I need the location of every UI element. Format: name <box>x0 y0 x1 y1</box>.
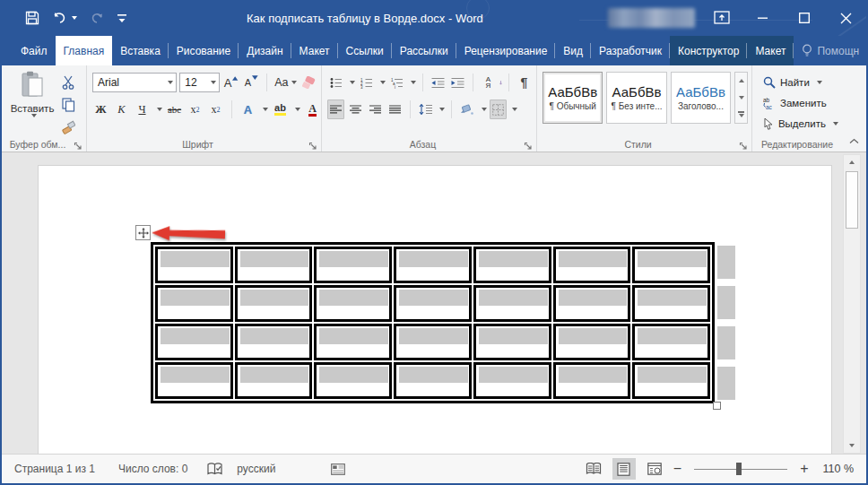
tab-вставка[interactable]: Вставка <box>112 36 169 65</box>
paragraph-dialog-launcher-icon[interactable] <box>524 139 534 149</box>
zoom-in-button[interactable]: + <box>800 462 808 476</box>
table-cell[interactable] <box>632 285 710 322</box>
tab-макет[interactable]: Макет <box>291 36 338 65</box>
table-cell[interactable] <box>235 324 313 360</box>
language-indicator[interactable]: русский <box>237 463 275 475</box>
minimize-button[interactable] <box>742 0 784 36</box>
table-cell[interactable] <box>235 285 313 322</box>
underline-button[interactable]: Ч <box>134 100 151 119</box>
zoom-out-button[interactable]: − <box>673 462 681 476</box>
highlight-dropdown-icon[interactable] <box>295 108 300 111</box>
scroll-up-icon[interactable] <box>845 155 859 169</box>
table-resize-handle[interactable] <box>713 402 721 410</box>
zoom-slider[interactable] <box>694 469 787 470</box>
tab-рецензирование[interactable]: Рецензирование <box>456 36 556 65</box>
format-painter-button[interactable] <box>59 117 77 137</box>
style-card-heading[interactable]: АаБбВв Заголово... <box>671 72 731 124</box>
table-cell[interactable] <box>155 285 233 322</box>
shading-dropdown-icon[interactable] <box>482 108 487 111</box>
line-spacing-button[interactable] <box>417 100 434 119</box>
maximize-button[interactable] <box>784 0 825 36</box>
table-cell[interactable] <box>394 247 472 283</box>
tab-рассылки[interactable]: Рассылки <box>392 36 456 65</box>
text-effects-dropdown-icon[interactable] <box>263 108 268 111</box>
multilevel-dropdown-icon[interactable] <box>411 81 416 84</box>
table-cell[interactable] <box>394 285 472 322</box>
clear-formatting-button[interactable] <box>300 73 317 92</box>
numbering-button[interactable]: 123 <box>358 73 375 92</box>
table-cell[interactable] <box>314 247 392 283</box>
styles-more-icon[interactable] <box>735 106 747 123</box>
font-name-dropdown-icon[interactable] <box>168 81 173 84</box>
word-count[interactable]: Число слов: 0 <box>118 463 187 475</box>
strikethrough-button[interactable]: abc <box>166 100 183 119</box>
shrink-font-button[interactable]: А <box>243 73 260 92</box>
table-cell[interactable] <box>553 247 631 283</box>
bullets-dropdown-icon[interactable] <box>350 81 355 84</box>
table-cell[interactable] <box>632 362 710 399</box>
select-button[interactable]: Выделить <box>763 115 838 133</box>
proofing-icon[interactable] <box>207 463 222 476</box>
zoom-slider-thumb[interactable] <box>736 463 742 475</box>
vertical-scrollbar[interactable] <box>843 154 861 454</box>
shading-button[interactable] <box>458 100 476 119</box>
table-cell[interactable] <box>553 362 631 399</box>
read-mode-button[interactable] <box>582 458 605 480</box>
styles-scroll-down-icon[interactable] <box>735 90 747 107</box>
tab-помощн[interactable]: Помощн <box>794 36 866 65</box>
table-move-handle[interactable] <box>135 225 151 240</box>
subscript-button[interactable]: x2 <box>187 100 204 119</box>
ribbon-display-options-icon[interactable] <box>701 0 742 36</box>
table-cell[interactable] <box>235 362 313 399</box>
underline-dropdown-icon[interactable] <box>157 108 162 111</box>
tab-вид[interactable]: Вид <box>555 36 591 65</box>
table-cell[interactable] <box>314 324 392 360</box>
line-spacing-dropdown-icon[interactable] <box>439 108 445 111</box>
grow-font-button[interactable]: А <box>222 73 240 92</box>
find-dropdown-icon[interactable] <box>817 81 822 84</box>
align-center-button[interactable] <box>347 100 364 119</box>
styles-scroll-up-icon[interactable] <box>735 73 747 90</box>
table-cell[interactable] <box>473 247 551 283</box>
font-name-combobox[interactable]: Arial <box>92 73 177 92</box>
bold-button[interactable]: Ж <box>92 100 109 119</box>
tab-файл[interactable]: Файл <box>13 36 56 65</box>
table-cell[interactable] <box>314 362 392 399</box>
font-size-combobox[interactable]: 12 <box>179 73 219 92</box>
justify-button[interactable] <box>386 100 404 119</box>
tab-дизайн[interactable]: Дизайн <box>239 36 291 65</box>
tab-contextual-конструктор[interactable]: Конструктор <box>670 36 747 65</box>
table-cell[interactable] <box>632 324 710 360</box>
scrollbar-thumb[interactable] <box>846 171 858 229</box>
multilevel-list-button[interactable]: 1ai <box>388 73 405 92</box>
table-cell[interactable] <box>394 324 472 360</box>
sort-button[interactable]: АЯ <box>480 73 497 92</box>
table-cell[interactable] <box>155 247 233 283</box>
show-marks-button[interactable]: ¶ <box>516 73 533 92</box>
font-size-dropdown-icon[interactable] <box>211 81 216 84</box>
copy-button[interactable] <box>59 95 77 115</box>
borders-dropdown-icon[interactable] <box>512 108 517 111</box>
tab-разработчик[interactable]: Разработчик <box>591 36 670 65</box>
table-cell[interactable] <box>314 285 392 322</box>
undo-dropdown-icon[interactable] <box>72 16 77 20</box>
print-layout-button[interactable] <box>612 458 636 480</box>
table-cell[interactable] <box>235 247 313 283</box>
find-button[interactable]: Найти <box>763 74 838 91</box>
paste-dropdown-icon[interactable] <box>31 114 37 117</box>
borders-button[interactable] <box>490 100 507 119</box>
table-cell[interactable] <box>394 362 472 399</box>
replace-button[interactable]: abac Заменить <box>763 94 838 112</box>
web-layout-button[interactable] <box>643 458 666 480</box>
italic-button[interactable]: К <box>113 100 130 119</box>
scroll-down-icon[interactable] <box>845 438 859 453</box>
tab-ссылки[interactable]: Ссылки <box>338 36 392 65</box>
font-dialog-launcher-icon[interactable] <box>308 139 318 149</box>
superscript-button[interactable]: x2 <box>207 100 224 119</box>
tab-рисование[interactable]: Рисование <box>169 36 239 65</box>
table-cell[interactable] <box>155 362 233 399</box>
align-right-button[interactable] <box>367 100 384 119</box>
align-left-button[interactable] <box>327 100 344 119</box>
select-dropdown-icon[interactable] <box>833 122 838 126</box>
tab-главная[interactable]: Главная <box>56 36 113 65</box>
